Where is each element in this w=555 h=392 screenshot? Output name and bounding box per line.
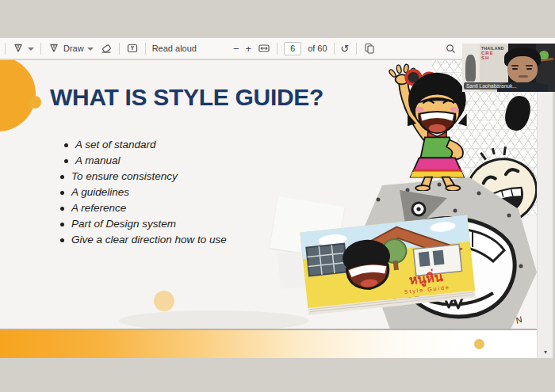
zoom-in-button[interactable]: + — [246, 44, 252, 54]
plus-icon: + — [246, 44, 252, 54]
page-number-input[interactable] — [284, 42, 301, 55]
style-guide-book: หนูหิ่น Style Guide — [293, 214, 483, 327]
fit-width-icon — [258, 42, 270, 55]
minus-icon: − — [233, 44, 239, 54]
speaker-eye — [512, 68, 518, 70]
toolbar-divider — [5, 43, 6, 55]
highlighter-icon — [12, 42, 25, 55]
list-item: Give a clear direction how to use — [60, 232, 227, 248]
yellow-dot-decor — [474, 339, 484, 349]
rotate-icon: ↺ — [341, 44, 350, 54]
speaker-eyebrow — [511, 65, 519, 67]
bullet-list: A set of standard A manual To ensure con… — [60, 137, 227, 248]
toolbar-divider — [119, 43, 120, 55]
eraser-button[interactable] — [100, 42, 113, 55]
poster-line: SH — [481, 55, 507, 60]
slide-title: WHAT IS STYLE GUIDE? — [50, 84, 323, 111]
list-item: A set of standard — [60, 137, 227, 153]
text-box-icon — [126, 42, 139, 55]
next-page-strip — [0, 330, 537, 358]
search-button[interactable] — [445, 43, 457, 55]
draw-tool-button[interactable]: Draw — [48, 42, 94, 55]
page-total-label: of 60 — [308, 44, 327, 53]
list-item: A reference — [60, 200, 227, 216]
toolbar-divider — [277, 43, 278, 55]
screen-share-view: Draw Read aloud − + — [0, 0, 555, 392]
list-item: To ensure consistency — [60, 169, 227, 185]
list-item: A guidelines — [60, 185, 227, 200]
orange-corner-shape — [0, 60, 36, 131]
read-aloud-label: Read aloud — [152, 44, 197, 53]
toolbar-divider — [356, 43, 357, 55]
fit-to-width-button[interactable] — [258, 42, 270, 55]
page-view-button[interactable] — [363, 42, 376, 55]
participant-name-badge: Santi Laohabaranuk... — [464, 82, 519, 89]
pale-yellow-dot — [154, 291, 174, 311]
chevron-down-icon[interactable] — [87, 48, 94, 51]
webcam-overlay[interactable]: THAILAND CRE SH Santi Laohabaranuk... — [462, 44, 555, 92]
scroll-down-arrow[interactable]: ▾ — [538, 348, 553, 356]
rotate-button[interactable]: ↺ — [341, 44, 350, 54]
speaker-eyebrow — [526, 65, 533, 67]
read-aloud-button[interactable]: Read aloud — [152, 44, 197, 53]
zoom-out-button[interactable]: − — [233, 44, 239, 54]
title-bullet-dot — [29, 96, 41, 108]
list-item: A manual — [60, 153, 227, 169]
pen-icon — [48, 42, 60, 55]
add-text-button[interactable] — [126, 42, 139, 55]
photo-shadow — [119, 310, 309, 329]
highlighter-tool-button[interactable] — [12, 42, 34, 55]
artist-signature: N — [515, 314, 524, 325]
vertical-scrollbar[interactable]: ▾ — [537, 60, 553, 358]
speaker-mouth — [519, 75, 528, 78]
chevron-down-icon[interactable] — [28, 48, 34, 51]
search-icon — [445, 43, 457, 55]
eraser-icon — [100, 42, 113, 55]
draw-label: Draw — [63, 44, 84, 53]
toolbar-divider — [40, 43, 41, 55]
speaker-eye — [526, 68, 532, 70]
toolbar-divider — [145, 43, 146, 55]
list-item: Part of Design system — [60, 216, 227, 232]
poster-figure — [465, 55, 476, 82]
page-view-icon — [363, 42, 376, 55]
slide-page: WHAT IS STYLE GUIDE? A set of standard A… — [0, 60, 537, 329]
toolbar-divider — [334, 43, 335, 55]
speaker-face — [507, 56, 538, 83]
